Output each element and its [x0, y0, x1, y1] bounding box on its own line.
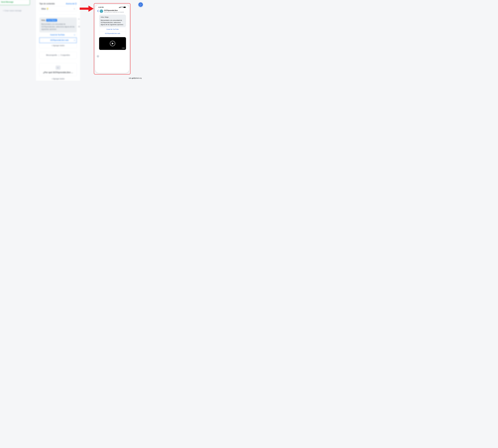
- message-greeting: Hola, Diego.: [101, 16, 124, 18]
- firstname-variable-tag[interactable]: First Name: [46, 19, 57, 21]
- watermark-bold: gcf: [132, 77, 134, 79]
- about-link[interactable]: Acerca de ⓘ: [66, 2, 77, 5]
- send-message-card[interactable]: Send Message: [0, 0, 30, 5]
- chat-subtitle: Normalmente responde al instante: [104, 11, 124, 13]
- svg-point-9: [98, 56, 98, 56]
- sender-mini-avatar: [97, 55, 99, 58]
- option-row-youtube[interactable]: Canal de YouTube ⎋: [39, 32, 77, 37]
- chat-help-icon: [140, 3, 142, 6]
- link-icon[interactable]: ⌘: [78, 26, 80, 28]
- svg-rect-7: [126, 7, 126, 8]
- create-new-message-link[interactable]: + Crear nuevo mensaje: [0, 8, 30, 12]
- clock-icon: ◌: [58, 54, 60, 56]
- why-video-card[interactable]: ▸ ¿Por qué GCFAprendeLibre ...: [39, 63, 77, 76]
- close-icon[interactable]: ✕: [78, 18, 80, 20]
- back-button[interactable]: [97, 10, 99, 13]
- wifi-icon: [121, 7, 123, 8]
- avatar-label: GCF: [101, 12, 102, 13]
- quick-reply-youtube[interactable]: Canal de YouTube: [99, 27, 126, 31]
- message-body-text[interactable]: Bienvenida/o a la comunidad de GCFAprend…: [41, 23, 75, 31]
- phone-preview: 4:29 PM GCF GCFAprendeLibre Normalme: [95, 5, 129, 73]
- option-label: GCFAprendeLibre web: [45, 39, 74, 41]
- content-type-label: Tipo de contenido: [39, 3, 55, 5]
- phone-preview-highlight: 4:29 PM GCF GCFAprendeLibre Normalme: [94, 3, 131, 75]
- svg-rect-2: [119, 7, 119, 8]
- svg-marker-1: [88, 6, 94, 12]
- incoming-message-bubble: Hola, Diego. Bienvenida/o a la comunidad…: [99, 15, 126, 27]
- option-label: Canal de YouTube: [41, 34, 74, 36]
- play-icon: [112, 43, 114, 45]
- signal-icon: [119, 7, 121, 8]
- why-card-title: ¿Por qué GCFAprendeLibre ...: [42, 71, 74, 74]
- annotation-arrow-icon: [80, 6, 94, 12]
- quick-reply-stack: Canal de YouTube GCFAprendeLibre web: [99, 27, 126, 35]
- external-link-icon: ⎋: [74, 34, 75, 36]
- external-link-icon: ⎋: [74, 39, 75, 41]
- card-tools: ✕ ⋮ ⌘: [78, 18, 80, 28]
- why-add-button-link[interactable]: + Agregar botón: [39, 76, 77, 81]
- message-template-card[interactable]: ✕ ⋮ ⌘ Hola, First Name Bienvenida/o a la…: [39, 17, 77, 32]
- content-type-value: Other: [41, 8, 46, 10]
- svg-rect-6: [123, 7, 126, 8]
- drag-icon[interactable]: ⋮: [78, 22, 80, 24]
- add-button-link[interactable]: + Agregar botón: [39, 43, 77, 48]
- video-duration: 2:20: [122, 47, 125, 49]
- drag-handle-icon[interactable]: ⋮⋮: [41, 39, 44, 41]
- svg-rect-0: [80, 8, 89, 10]
- person-icon: [97, 55, 99, 57]
- typing-duration: 3 segundos: [61, 54, 70, 56]
- chat-avatar[interactable]: GCF: [100, 9, 103, 13]
- svg-rect-5: [120, 7, 121, 8]
- phone-status-bar: 4:29 PM: [97, 6, 128, 9]
- svg-rect-3: [119, 7, 120, 8]
- content-type-select[interactable]: Other💡 ▾: [39, 6, 77, 12]
- video-placeholder-icon: ▸: [56, 66, 60, 70]
- chevron-down-icon: ▾: [74, 8, 75, 10]
- chat-header: GCF GCFAprendeLibre Normalmente responde…: [97, 9, 128, 14]
- status-time: 4:29 PM: [98, 6, 104, 8]
- quick-reply-web[interactable]: GCFAprendeLibre web: [99, 31, 126, 35]
- help-fab-button[interactable]: [138, 2, 143, 7]
- source-watermark: edu.gcfglobal.org: [129, 77, 142, 79]
- typing-delay-card[interactable]: Mecanografía ◌ 3 segundos: [39, 52, 77, 59]
- watermark-prefix: edu.: [129, 77, 132, 79]
- svg-rect-4: [120, 7, 120, 8]
- battery-icon: [123, 7, 126, 8]
- watermark-suffix: global.org: [134, 77, 142, 79]
- message-editor-panel: Tipo de contenido Acerca de ⓘ Other💡 ▾ ✕…: [36, 0, 80, 81]
- typing-label: Mecanografía: [46, 54, 57, 56]
- option-row-web[interactable]: ⋮⋮ GCFAprendeLibre web ⎋: [39, 37, 77, 43]
- chat-title: GCFAprendeLibre: [104, 10, 124, 11]
- svg-marker-8: [112, 43, 114, 45]
- play-button[interactable]: [110, 41, 115, 46]
- greeting-prefix: Hola,: [41, 19, 46, 21]
- chevron-left-icon: [97, 10, 99, 12]
- message-body: Bienvenida/o a la comunidad de GCFAprend…: [101, 19, 124, 26]
- bulb-icon: 💡: [46, 8, 49, 10]
- video-message[interactable]: 2:20: [99, 37, 126, 50]
- left-sidebar: Send Message + Crear nuevo mensaje: [0, 0, 30, 12]
